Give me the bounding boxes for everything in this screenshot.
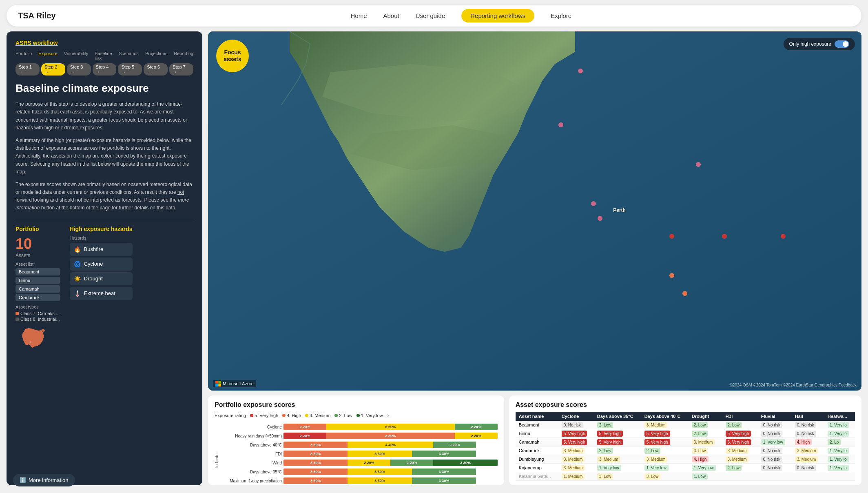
cell-fluvial	[758, 472, 792, 481]
chart-nav-arrow[interactable]: ›	[387, 412, 389, 419]
col-asset-name: Asset name	[516, 412, 558, 421]
bar-wind-low: 2 20%	[390, 460, 433, 466]
map-dot-4[interactable]	[591, 201, 596, 206]
asset-types-title: Asset types	[16, 304, 60, 309]
nav-reporting-workflows[interactable]: Reporting workflows	[461, 9, 534, 22]
bar-fdi-medium: 3 30%	[348, 451, 412, 457]
bar-cyclone-medium: 6 60%	[326, 424, 455, 430]
more-info-button[interactable]: ℹ️ More information	[13, 474, 75, 486]
assets-count: 10	[16, 235, 60, 253]
asset-binnu[interactable]: Binnu	[16, 277, 60, 284]
map-dot-8[interactable]	[781, 234, 786, 239]
bar-rain-medium: 2 20%	[455, 433, 498, 439]
map-background: Perth	[208, 31, 861, 391]
table-row: Kalannie Gate... 1. Medium 3. Low 3. Low…	[516, 472, 855, 481]
legend-high: 4. High	[282, 413, 301, 418]
hazard-extreme-heat[interactable]: 🌡️ Extreme heat	[70, 287, 133, 300]
step-2[interactable]: Step 2 →	[41, 63, 65, 76]
cell-name: Kojaneerup	[516, 464, 558, 472]
col-days40: Days above 40°C	[641, 412, 689, 421]
bar-fdi-low: 3 30%	[412, 451, 476, 457]
step-5[interactable]: Step 5 →	[118, 63, 142, 76]
assets-label: Assets	[16, 253, 60, 258]
asset-cranbrook[interactable]: Cranbrook	[16, 294, 60, 301]
col-fluvial: Fluvial	[758, 412, 792, 421]
step-4[interactable]: Step 4 →	[93, 63, 117, 76]
focus-assets-badge[interactable]: Focus assets	[216, 40, 249, 72]
cell-fdi: 2. Low	[722, 421, 758, 429]
cell-name: Cranbrook	[516, 446, 558, 455]
bar-precip-high: 3 30%	[283, 477, 348, 484]
dot-low	[334, 414, 338, 417]
nav-links: Home About User guide Reporting workflow…	[72, 9, 850, 22]
dot-very-high	[250, 414, 253, 417]
microsoft-logo-icon	[215, 381, 221, 386]
map-dot-9[interactable]	[669, 273, 674, 278]
portfolio-title: Portfolio	[16, 226, 60, 232]
cell-cyclone: 5. Very high	[558, 438, 594, 446]
map-dot-10[interactable]	[682, 291, 687, 296]
map-dot-5[interactable]	[598, 216, 602, 221]
svg-point-0	[29, 341, 31, 342]
nav-about[interactable]: About	[383, 12, 399, 19]
cell-days40: 1. Very low	[641, 464, 689, 472]
asrs-title: ASRS workflow	[16, 40, 193, 46]
map-dot-1[interactable]	[578, 69, 583, 73]
cell-fluvial: 0. No risk	[758, 464, 792, 472]
cell-hail: 0. No risk	[792, 429, 824, 438]
cell-hail: 4. High	[792, 438, 824, 446]
map-dot-7[interactable]	[722, 234, 727, 239]
label-vulnerability: Vulnerability	[64, 51, 89, 61]
sidebar: ASRS workflow Portfolio Exposure Vulnera…	[7, 31, 202, 485]
cell-drought: 2. Low	[689, 421, 722, 429]
bars-cyclone: 2 20% 6 60% 2 20%	[283, 424, 498, 430]
step-7[interactable]: Step 7 →	[169, 63, 193, 76]
map-copyright: ©2024 OSM ©2024 TomTom ©2024 EarthStar G…	[729, 383, 857, 387]
bar-cyclone-low: 2 20%	[455, 424, 498, 430]
nav-explore[interactable]: Explore	[551, 12, 571, 19]
step-pills-row: Step 1 → Step 2 → Step 3 → Step 4 → Step…	[16, 63, 193, 76]
more-info-label: More information	[29, 477, 69, 483]
chart-row-fdi: FDI 3 30% 3 30% 3 30%	[221, 449, 498, 458]
bar-40-medium: 4 40%	[348, 442, 433, 448]
label-projections: Projections	[145, 51, 167, 61]
cell-drought: 3. Low	[689, 446, 722, 455]
map-dot-3[interactable]	[696, 162, 701, 167]
svg-rect-3	[218, 381, 221, 384]
hazard-drought[interactable]: ☀️ Drought	[70, 272, 133, 285]
cell-fluvial: 1. Very low	[758, 438, 792, 446]
cell-fdi: 3. Medium	[722, 455, 758, 464]
asset-list-title: Asset list	[16, 262, 60, 266]
cell-days35: 5. Very high	[594, 429, 641, 438]
step-6[interactable]: Step 6 →	[144, 63, 168, 76]
nav-home[interactable]: Home	[350, 12, 367, 19]
cell-cyclone: 5. Very high	[558, 429, 594, 438]
cell-days35: 2. Low	[594, 446, 641, 455]
cell-drought: 4. High	[689, 455, 722, 464]
cell-days35: 3. Low	[594, 472, 641, 481]
only-high-exposure-toggle[interactable]: Only high exposure	[784, 38, 855, 50]
label-portfolio: Portfolio	[16, 51, 32, 61]
legend-very-high: 5. Very high	[250, 413, 278, 418]
microsoft-azure-badge: Microsoft Azure	[213, 380, 256, 387]
cell-cyclone: 3. Medium	[558, 446, 594, 455]
asset-table-wrapper[interactable]: Asset name Cyclone Days above 35°C Days …	[516, 412, 855, 481]
step-3[interactable]: Step 3 →	[67, 63, 91, 76]
cell-cyclone: 3. Medium	[558, 464, 594, 472]
hazard-cyclone[interactable]: 🌀 Cyclone	[70, 258, 133, 271]
asset-beaumont[interactable]: Beaumont	[16, 268, 60, 275]
map-container[interactable]: Perth Focus assets Only high exposure	[208, 31, 861, 391]
cell-name: Dumbleyung	[516, 455, 558, 464]
col-cyclone: Cyclone	[558, 412, 594, 421]
cell-fdi: 2. Low	[722, 464, 758, 472]
asset-camamah[interactable]: Camamah	[16, 285, 60, 293]
nav-user-guide[interactable]: User guide	[416, 12, 445, 19]
cell-days40: 2. Low	[641, 446, 689, 455]
toggle-switch[interactable]	[835, 40, 849, 48]
map-dot-6[interactable]	[669, 234, 674, 239]
col-hail: Hail	[792, 412, 824, 421]
hazard-bushfire[interactable]: 🔥 Bushfire	[70, 243, 133, 256]
step-1[interactable]: Step 1 →	[16, 63, 40, 76]
exposure-rating-label: Exposure rating	[215, 413, 246, 418]
map-dot-2[interactable]	[558, 122, 563, 127]
